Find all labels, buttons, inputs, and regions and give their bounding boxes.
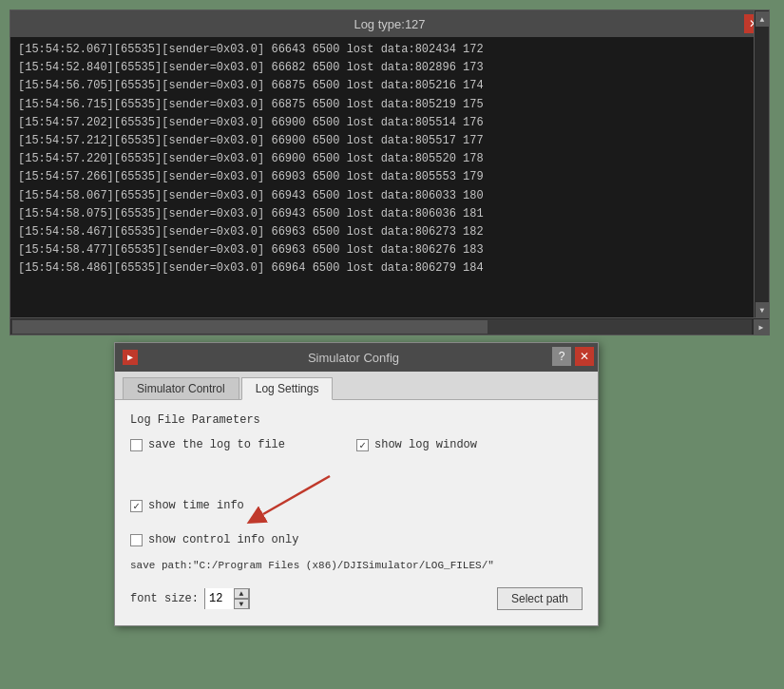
show-control-only-row: show control info only	[130, 533, 583, 546]
select-path-button[interactable]: Select path	[497, 587, 583, 610]
log-titlebar: Log type:127 ✕	[10, 10, 769, 37]
checkbox-columns: save the log to file show log window	[130, 438, 583, 463]
log-scrollbar-vertical[interactable]: ▲ ▼ ⠿	[754, 10, 769, 335]
spinner-down[interactable]: ▼	[234, 599, 249, 609]
log-line: [15:54:56.705][65535][sender=0x03.0] 668…	[18, 77, 750, 95]
sim-config-window: ▶ Simulator Config ? ✕ Simulator Control…	[114, 342, 599, 626]
scroll-right-button[interactable]: ▶	[754, 319, 769, 335]
left-checkboxes: save the log to file	[130, 438, 356, 463]
help-button[interactable]: ?	[552, 347, 571, 366]
sim-title: Simulator Config	[145, 351, 562, 365]
log-line: [15:54:56.715][65535][sender=0x03.0] 668…	[18, 96, 750, 114]
font-size-input[interactable]: 12	[205, 588, 234, 609]
log-content: [15:54:52.067][65535][sender=0x03.0] 666…	[10, 37, 769, 317]
sim-titlebar: ▶ Simulator Config ? ✕	[115, 343, 598, 372]
sim-tabs: Simulator Control Log Settings	[115, 372, 598, 400]
scroll-down-button[interactable]: ▼	[755, 302, 769, 317]
show-control-only-label: show control info only	[148, 533, 298, 546]
section-title: Log File Parameters	[130, 413, 583, 427]
log-scrollbar-horizontal[interactable]	[11, 319, 752, 335]
show-log-window-label: show log window	[374, 438, 477, 451]
log-line: [15:54:58.477][65535][sender=0x03.0] 669…	[18, 241, 750, 259]
spinner-up[interactable]: ▲	[234, 588, 249, 599]
arrow-annotation	[130, 467, 583, 524]
log-line: [15:54:58.075][65535][sender=0x03.0] 669…	[18, 205, 750, 223]
bottom-row: font size: 12 ▲ ▼ Select path	[130, 587, 583, 610]
sim-close-button[interactable]: ✕	[575, 347, 594, 366]
save-to-file-checkbox[interactable]	[130, 439, 143, 451]
log-line: [15:54:58.067][65535][sender=0x03.0] 669…	[18, 187, 750, 205]
log-line: [15:54:57.202][65535][sender=0x03.0] 669…	[18, 114, 750, 132]
svg-line-1	[263, 476, 330, 514]
log-window: Log type:127 ✕ [15:54:52.067][65535][sen…	[10, 10, 770, 335]
scrollbar-thumb	[12, 320, 488, 334]
log-title: Log type:127	[354, 17, 425, 31]
log-line: [15:54:57.220][65535][sender=0x03.0] 669…	[18, 150, 750, 168]
tab-log-settings[interactable]: Log Settings	[241, 377, 334, 400]
log-line: [15:54:52.840][65535][sender=0x03.0] 666…	[18, 59, 750, 77]
log-line: [15:54:52.067][65535][sender=0x03.0] 666…	[18, 41, 750, 59]
tab-simulator-control[interactable]: Simulator Control	[123, 377, 239, 399]
scroll-up-button[interactable]: ▲	[755, 11, 769, 27]
show-log-window-row: show log window	[356, 438, 583, 451]
red-arrow-icon	[244, 467, 358, 524]
right-checkboxes: show log window	[356, 438, 583, 463]
log-line: [15:54:57.212][65535][sender=0x03.0] 669…	[18, 132, 750, 150]
save-path-display: save path:"C:/Program Files (x86)/DJISim…	[130, 558, 583, 574]
show-log-window-checkbox[interactable]	[356, 439, 369, 451]
sim-window-actions: ? ✕	[552, 347, 594, 366]
log-line: [15:54:58.467][65535][sender=0x03.0] 669…	[18, 223, 750, 241]
sim-body: Log File Parameters save the log to file…	[115, 400, 598, 625]
font-size-spinner[interactable]: ▲ ▼	[234, 588, 249, 609]
log-bottom-bar: ▶	[10, 317, 769, 335]
save-to-file-row: save the log to file	[130, 438, 356, 451]
show-control-only-checkbox[interactable]	[130, 534, 143, 546]
font-size-label: font size:	[130, 592, 199, 605]
sim-titlebar-icon: ▶	[123, 350, 138, 365]
dji-icon: ▶	[127, 352, 133, 363]
log-line: [15:54:57.266][65535][sender=0x03.0] 669…	[18, 168, 750, 186]
log-line: [15:54:58.486][65535][sender=0x03.0] 669…	[18, 259, 750, 278]
font-size-group: font size: 12 ▲ ▼	[130, 588, 250, 609]
save-to-file-label: save the log to file	[148, 438, 285, 451]
